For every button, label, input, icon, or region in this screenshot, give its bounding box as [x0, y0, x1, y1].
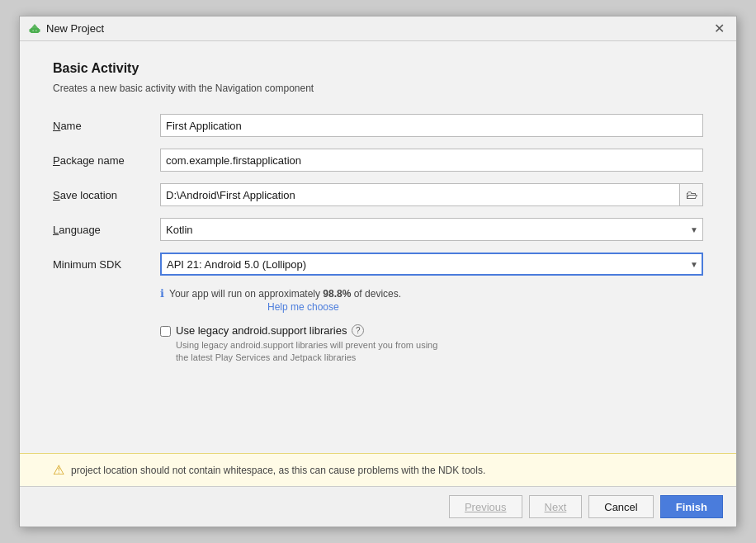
min-sdk-row: Minimum SDK API 21: Android 5.0 (Lollipo… — [53, 253, 703, 276]
language-select-wrapper: Kotlin Java ▼ — [160, 218, 703, 241]
package-row: Package name — [53, 149, 703, 172]
svg-rect-5 — [35, 30, 36, 31]
legacy-label-group: Use legacy android.support libraries ? U… — [176, 324, 437, 365]
save-location-input[interactable] — [160, 183, 680, 206]
next-button[interactable]: Next — [529, 495, 583, 518]
legacy-checkbox[interactable] — [160, 326, 171, 337]
help-me-choose-link[interactable]: Help me choose — [267, 301, 703, 313]
title-bar: New Project ✕ — [20, 17, 736, 41]
svg-rect-4 — [33, 30, 34, 31]
section-subtitle: Creates a new basic activity with the Na… — [53, 83, 703, 94]
save-location-row: Save location 🗁 — [53, 183, 703, 206]
section-title: Basic Activity — [53, 61, 703, 76]
android-icon — [28, 22, 41, 35]
warning-icon: ⚠ — [53, 462, 64, 478]
save-location-input-group: 🗁 — [160, 183, 703, 206]
title-bar-left: New Project — [28, 22, 104, 35]
footer: Previous Next Cancel Finish — [20, 486, 736, 526]
package-input[interactable] — [160, 149, 703, 172]
language-select[interactable]: Kotlin Java — [160, 218, 703, 241]
package-label: Package name — [53, 154, 160, 167]
svg-rect-3 — [39, 29, 40, 32]
svg-rect-1 — [31, 28, 39, 33]
legacy-help-icon[interactable]: ? — [352, 324, 364, 337]
min-sdk-select-wrapper: API 21: Android 5.0 (Lollipop) API 22: A… — [160, 253, 703, 276]
previous-button[interactable]: Previous — [449, 495, 522, 518]
min-sdk-select[interactable]: API 21: Android 5.0 (Lollipop) API 22: A… — [160, 253, 703, 276]
min-sdk-label: Minimum SDK — [53, 258, 160, 271]
language-label: Language — [53, 224, 160, 236]
folder-icon: 🗁 — [686, 188, 697, 201]
name-label: Name — [53, 120, 160, 132]
close-button[interactable]: ✕ — [711, 21, 728, 37]
legacy-label: Use legacy android.support libraries ? — [176, 324, 437, 337]
name-input[interactable] — [160, 114, 703, 137]
new-project-dialog: New Project ✕ Basic Activity Creates a n… — [19, 16, 737, 527]
form-content: Basic Activity Creates a new basic activ… — [20, 41, 736, 453]
browse-folder-button[interactable]: 🗁 — [680, 183, 703, 206]
legacy-checkbox-row: Use legacy android.support libraries ? U… — [160, 324, 703, 365]
legacy-desc: Using legacy android.support libraries w… — [176, 339, 437, 365]
dialog-title: New Project — [46, 22, 104, 35]
info-icon: ℹ — [160, 287, 164, 300]
svg-rect-2 — [30, 29, 31, 32]
finish-button[interactable]: Finish — [660, 495, 723, 518]
cancel-button[interactable]: Cancel — [588, 495, 653, 518]
save-location-label: Save location — [53, 189, 160, 201]
warning-bar: ⚠ project location should not contain wh… — [20, 453, 736, 486]
info-box: ℹ Your app will run on approximately 98.… — [160, 287, 703, 313]
name-row: Name — [53, 114, 703, 137]
language-row: Language Kotlin Java ▼ — [53, 218, 703, 241]
info-line: ℹ Your app will run on approximately 98.… — [160, 287, 703, 300]
